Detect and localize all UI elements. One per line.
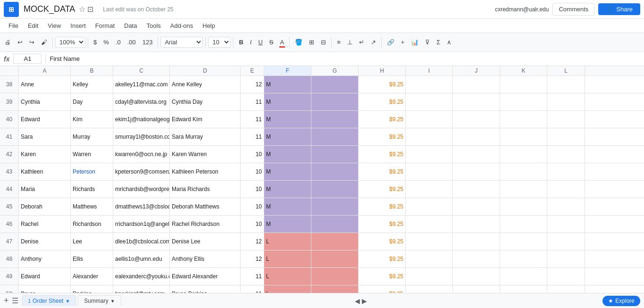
cell-c[interactable]: ealexanderc@youku.com (113, 268, 170, 285)
cell-h[interactable]: $9.25 (359, 216, 406, 233)
cell-l[interactable] (547, 181, 585, 198)
cell-j[interactable] (453, 216, 500, 233)
cell-e[interactable]: 10 (241, 181, 264, 198)
format-123-button[interactable]: 123 (140, 37, 156, 48)
cell-e[interactable]: 11 (241, 128, 264, 145)
cell-c[interactable]: mrichardsb@wordpress.com (113, 181, 170, 198)
cell-i[interactable] (406, 268, 453, 285)
cell-d[interactable]: Kathleen Peterson (170, 163, 241, 180)
col-header-g[interactable]: G (311, 66, 359, 75)
cell-f[interactable]: M (264, 111, 311, 128)
share-button[interactable]: 👤 Share (598, 3, 640, 15)
cell-j[interactable] (453, 163, 500, 180)
cell-c[interactable]: akelley11@mac.com (113, 76, 170, 93)
cell-b[interactable]: Lee (71, 233, 113, 250)
cell-b[interactable]: Kelley (71, 76, 113, 93)
cell-h[interactable]: $9.25 (359, 198, 406, 215)
cell-g[interactable] (311, 216, 359, 233)
cell-k[interactable] (500, 250, 547, 267)
cell-b[interactable]: Richards (71, 181, 113, 198)
cell-k[interactable] (500, 163, 547, 180)
cell-g[interactable] (311, 198, 359, 215)
cell-a[interactable]: Maria (19, 181, 71, 198)
cell-c[interactable]: kwarren0@ocn.ne.jp (113, 146, 170, 163)
bold-button[interactable]: B (236, 37, 246, 48)
cell-b[interactable]: Perkins (71, 285, 113, 293)
cell-i[interactable] (406, 233, 453, 250)
cell-k[interactable] (500, 216, 547, 233)
cell-k[interactable] (500, 285, 547, 293)
cell-f[interactable]: M (264, 76, 311, 93)
font-select[interactable]: Arial (160, 37, 203, 48)
cell-a[interactable]: Edward (19, 268, 71, 285)
decimal-increase-button[interactable]: .00 (125, 37, 139, 48)
cell-d[interactable]: Edward Alexander (170, 268, 241, 285)
cell-g[interactable] (311, 233, 359, 250)
cell-k[interactable] (500, 128, 547, 145)
cell-a[interactable]: Cynthia (19, 93, 71, 110)
cell-g[interactable] (311, 76, 359, 93)
cell-b[interactable]: Richardson (71, 216, 113, 233)
cell-j[interactable] (453, 128, 500, 145)
cell-f[interactable]: M (264, 216, 311, 233)
menu-item-help[interactable]: Help (198, 21, 220, 31)
cell-h[interactable]: $9.25 (359, 128, 406, 145)
font-size-select[interactable]: 10 (208, 37, 231, 48)
cell-f[interactable]: M (264, 181, 311, 198)
function-button[interactable]: Σ (434, 37, 443, 48)
cell-d[interactable]: Cynthia Day (170, 93, 241, 110)
cell-a[interactable]: Sara (19, 128, 71, 145)
cell-g[interactable] (311, 111, 359, 128)
cell-f[interactable]: M (264, 198, 311, 215)
cell-h[interactable]: $9.25 (359, 181, 406, 198)
cell-d[interactable]: Maria Richards (170, 181, 241, 198)
col-header-a[interactable]: A (19, 66, 71, 75)
cell-h[interactable]: $9.25 (359, 93, 406, 110)
col-header-c[interactable]: C (113, 66, 170, 75)
cell-a[interactable]: Edward (19, 111, 71, 128)
cell-c[interactable]: bperkinsf@mtv.com (113, 285, 170, 293)
menu-item-insert[interactable]: Insert (66, 21, 91, 31)
cell-g[interactable] (311, 285, 359, 293)
cell-a[interactable]: Deborah (19, 198, 71, 215)
menu-item-data[interactable]: Data (119, 21, 142, 31)
cell-k[interactable] (500, 268, 547, 285)
col-header-b[interactable]: B (71, 66, 113, 75)
zoom-select[interactable]: 100% (55, 37, 85, 48)
cell-b[interactable]: Day (71, 93, 113, 110)
cell-g[interactable] (311, 268, 359, 285)
cell-e[interactable]: 10 (241, 146, 264, 163)
cell-b[interactable]: Murray (71, 128, 113, 145)
menu-item-format[interactable]: Format (91, 21, 119, 31)
cell-a[interactable]: Anthony (19, 250, 71, 267)
cell-j[interactable] (453, 181, 500, 198)
cell-l[interactable] (547, 163, 585, 180)
cell-e[interactable]: 12 (241, 250, 264, 267)
cell-h[interactable]: $9.25 (359, 163, 406, 180)
cell-d[interactable]: Karen Warren (170, 146, 241, 163)
cell-f[interactable]: L (264, 250, 311, 267)
formula-input[interactable] (50, 55, 640, 62)
cell-j[interactable] (453, 146, 500, 163)
chart-button[interactable]: 📊 (408, 37, 421, 48)
cell-l[interactable] (547, 285, 585, 293)
menu-item-file[interactable]: File (4, 21, 23, 31)
cell-l[interactable] (547, 216, 585, 233)
cell-h[interactable]: $9.25 (359, 76, 406, 93)
cell-c[interactable]: kpeterson9@comsenz.com (113, 163, 170, 180)
cell-d[interactable]: Bruce Perkins (170, 285, 241, 293)
cell-c[interactable]: rrichardson1q@angelfire.com (113, 216, 170, 233)
cell-b[interactable]: Kim (71, 111, 113, 128)
cell-j[interactable] (453, 233, 500, 250)
cell-i[interactable] (406, 146, 453, 163)
cell-i[interactable] (406, 198, 453, 215)
strikethrough-button[interactable]: S (267, 37, 276, 48)
cell-a[interactable]: Anne (19, 76, 71, 93)
text-rotate-button[interactable]: ↗ (368, 37, 379, 48)
cell-h[interactable]: $9.25 (359, 111, 406, 128)
cell-g[interactable] (311, 181, 359, 198)
cell-c[interactable]: smurray1l@boston.com (113, 128, 170, 145)
cell-b[interactable]: Ellis (71, 250, 113, 267)
redo-button[interactable]: ↪ (26, 37, 37, 48)
text-wrap-button[interactable]: ↵ (356, 37, 367, 48)
